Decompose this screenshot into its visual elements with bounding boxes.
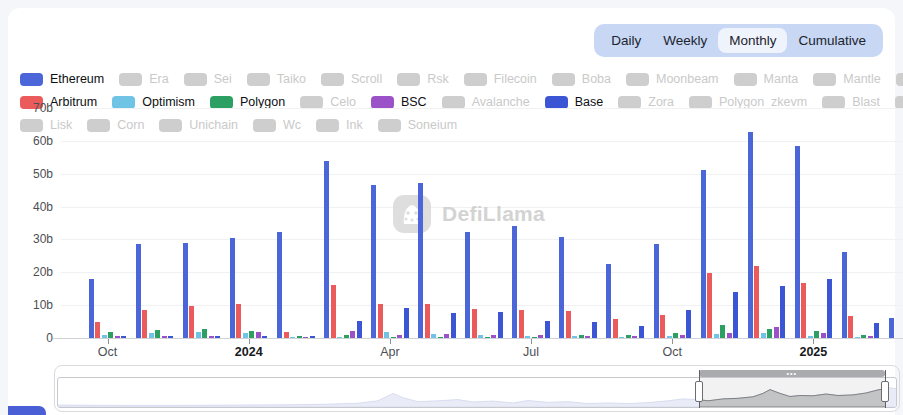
legend-item-manta[interactable]: Manta xyxy=(734,72,799,86)
bar-group-mar-2024[interactable] xyxy=(319,108,366,338)
bar-group-mar-2025[interactable] xyxy=(884,108,903,338)
legend-swatch xyxy=(545,96,568,109)
legend-swatch xyxy=(20,73,43,86)
legend-item-ethereum[interactable]: Ethereum xyxy=(20,72,104,86)
bar-base xyxy=(827,279,832,338)
legend-item-rsk[interactable]: Rsk xyxy=(397,72,449,86)
legend-swatch xyxy=(300,96,323,109)
y-tick-label: 50b xyxy=(33,167,53,181)
legend-label: Ethereum xyxy=(50,72,104,86)
legend-swatch xyxy=(689,96,712,109)
legend-swatch xyxy=(184,73,207,86)
bar-group-sep-2024[interactable] xyxy=(602,108,649,338)
bar-ethereum xyxy=(654,244,659,338)
bar-group-apr-2024[interactable] xyxy=(366,108,413,338)
legend-label: Scroll xyxy=(351,72,382,86)
legend-swatch xyxy=(552,73,575,86)
brush-right-handle[interactable] xyxy=(881,381,889,402)
bar-arbitrum xyxy=(801,283,806,338)
legend-item-polygon_zkevm[interactable]: Polygon_zkevm xyxy=(689,95,807,109)
bar-group-oct-2024[interactable] xyxy=(649,108,696,338)
bar-group-nov-2023[interactable] xyxy=(131,108,178,338)
tab-monthly[interactable]: Monthly xyxy=(718,28,787,53)
bar-base xyxy=(639,326,644,338)
legend-row: ArbitrumOptimismPolygonCeloBSCAvalancheB… xyxy=(20,95,900,109)
legend-item-era[interactable]: Era xyxy=(119,72,168,86)
bar-arbitrum xyxy=(848,316,853,338)
bar-base xyxy=(780,286,785,338)
drag-dots-icon: ••• xyxy=(787,371,797,376)
x-tick xyxy=(672,339,673,344)
bar-group-feb-2024[interactable] xyxy=(272,108,319,338)
legend-label: Polygon xyxy=(240,95,285,109)
tab-weekly[interactable]: Weekly xyxy=(652,28,718,53)
bar-group-dec-2023[interactable] xyxy=(178,108,225,338)
brush-drag-bar[interactable]: ••• xyxy=(699,370,885,377)
x-tick xyxy=(249,339,250,344)
time-brush[interactable]: ••• xyxy=(54,365,900,412)
bar-base xyxy=(498,312,503,338)
legend-item-xdai[interactable]: xDai xyxy=(895,95,903,109)
bar-base xyxy=(451,313,456,338)
brush-left-handle[interactable] xyxy=(695,381,703,402)
legend-item-avalanche[interactable]: Avalanche xyxy=(442,95,530,109)
legend-item-moonbeam[interactable]: Moonbeam xyxy=(626,72,719,86)
legend-item-arbitrum[interactable]: Arbitrum xyxy=(20,95,97,109)
bar-group-nov-2024[interactable] xyxy=(696,108,743,338)
bar-group-oct-2023[interactable] xyxy=(84,108,131,338)
legend-swatch xyxy=(626,73,649,86)
legend-swatch xyxy=(397,73,420,86)
y-tick-label: 20b xyxy=(33,265,53,279)
bar-ethereum xyxy=(512,226,517,338)
bar-ethereum xyxy=(136,244,141,338)
legend-item-taiko[interactable]: Taiko xyxy=(247,72,306,86)
legend-label: Mantle xyxy=(843,72,881,86)
legend-item-sei[interactable]: Sei xyxy=(184,72,232,86)
legend-item-filecoin[interactable]: Filecoin xyxy=(464,72,537,86)
brush-track[interactable] xyxy=(57,377,897,408)
legend-label: Polygon_zkevm xyxy=(719,95,807,109)
bar-group-dec-2024[interactable] xyxy=(743,108,790,338)
bar-arbitrum xyxy=(660,315,665,338)
legend-item-celo[interactable]: Celo xyxy=(300,95,356,109)
x-tick-label: Oct xyxy=(662,345,681,359)
y-axis-labels: 010b20b30b40b50b60b70b xyxy=(8,108,56,338)
legend-label: Arbitrum xyxy=(50,95,97,109)
bar-base xyxy=(404,308,409,338)
tab-cumulative[interactable]: Cumulative xyxy=(787,28,877,53)
legend-item-zora[interactable]: Zora xyxy=(618,95,674,109)
legend-item-scroll[interactable]: Scroll xyxy=(321,72,382,86)
y-tick-label: 40b xyxy=(33,200,53,214)
bar-ethereum xyxy=(324,161,329,338)
bar-group-jan-2025[interactable] xyxy=(790,108,837,338)
bar-group-jun-2024[interactable] xyxy=(461,108,508,338)
legend-item-base[interactable]: Base xyxy=(545,95,604,109)
bar-group-may-2024[interactable] xyxy=(413,108,460,338)
x-tick xyxy=(108,339,109,344)
bar-arbitrum xyxy=(613,319,618,338)
bar-ethereum xyxy=(795,146,800,338)
interval-tabs: DailyWeeklyMonthlyCumulative xyxy=(594,24,883,57)
legend-item-polygon[interactable]: Polygon xyxy=(210,95,285,109)
brush-selection[interactable] xyxy=(699,378,885,407)
bar-ethereum xyxy=(701,170,706,338)
bar-group-jan-2024[interactable] xyxy=(225,108,272,338)
x-tick xyxy=(531,339,532,344)
legend-item-mantle[interactable]: Mantle xyxy=(813,72,881,86)
bar-bsc xyxy=(774,327,779,338)
tab-daily[interactable]: Daily xyxy=(600,28,652,53)
bar-group-aug-2024[interactable] xyxy=(555,108,602,338)
legend-row: EthereumEraSeiTaikoScrollRskFilecoinBoba… xyxy=(20,72,900,86)
legend-item-bsc[interactable]: BSC xyxy=(371,95,427,109)
legend-item-blast[interactable]: Blast xyxy=(822,95,880,109)
legend-item-linea[interactable]: Linea xyxy=(896,72,903,86)
bar-group-feb-2025[interactable] xyxy=(837,108,884,338)
bar-ethereum xyxy=(230,238,235,338)
bar-group-jul-2024[interactable] xyxy=(508,108,555,338)
legend-item-boba[interactable]: Boba xyxy=(552,72,611,86)
legend-swatch xyxy=(464,73,487,86)
bar-arbitrum xyxy=(331,285,336,338)
legend-item-optimism[interactable]: Optimism xyxy=(112,95,195,109)
legend-swatch xyxy=(210,96,233,109)
legend-swatch xyxy=(442,96,465,109)
